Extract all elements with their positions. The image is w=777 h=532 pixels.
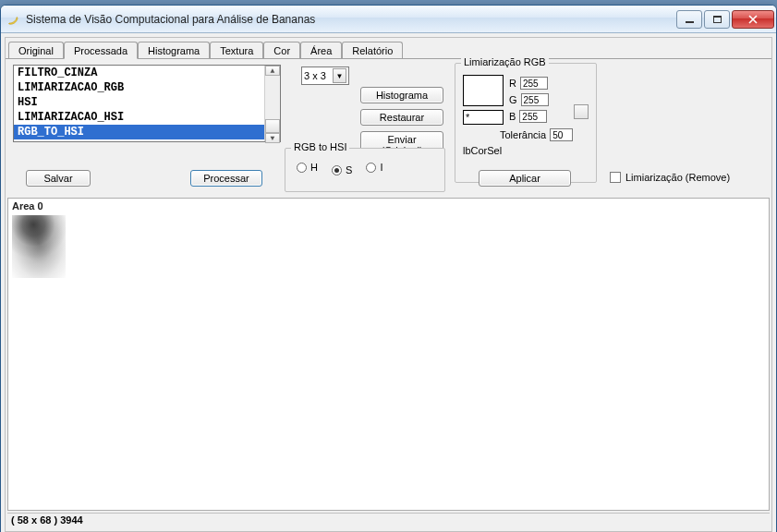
list-item[interactable]: LIMIARIZACAO_RGB [14, 80, 264, 95]
g-input[interactable] [521, 93, 549, 106]
restaurar-button[interactable]: Restaurar [360, 109, 443, 126]
kernel-combobox[interactable]: 3 x 3 ▼ [301, 66, 349, 85]
limiar-caption: Limiarização RGB [461, 56, 549, 67]
maximize-button[interactable] [704, 10, 730, 29]
list-item[interactable]: HSI [14, 95, 264, 110]
tab-page-processada: FILTRO_CINZA LIMIARIZACAO_RGB HSI LIMIAR… [6, 58, 771, 531]
kernel-value: 3 x 3 [304, 70, 326, 81]
small-button[interactable] [574, 104, 589, 119]
checkbox-icon[interactable] [610, 172, 621, 183]
titlebar[interactable]: Sistema de Visão Computacional para Anál… [1, 6, 776, 33]
tab-histograma[interactable]: Histograma [138, 42, 210, 59]
lbcorsel-label: lbCorSel [463, 145, 502, 156]
g-label: G [509, 94, 517, 105]
color-preview-2[interactable]: * [463, 110, 504, 125]
scroll-up-icon[interactable]: ▲ [265, 66, 280, 76]
processar-button[interactable]: Processar [190, 170, 262, 187]
listbox-scrollbar[interactable]: ▲ ▼ [264, 66, 280, 141]
limiar-remove-label: Limiarização (Remove) [625, 172, 730, 183]
tab-textura[interactable]: Textura [210, 42, 263, 59]
tab-area[interactable]: Área [300, 42, 342, 59]
tab-strip: Original Processada Histograma Textura C… [6, 38, 771, 58]
rgb-to-hsi-caption: RGB to HSI [291, 141, 349, 152]
scroll-thumb[interactable] [265, 119, 280, 133]
aplicar-button[interactable]: Aplicar [479, 170, 571, 187]
r-label: R [509, 78, 516, 89]
b-input[interactable] [519, 110, 547, 123]
filter-listbox[interactable]: FILTRO_CINZA LIMIARIZACAO_RGB HSI LIMIAR… [13, 65, 281, 142]
color-preview-1[interactable] [463, 75, 504, 106]
r-input[interactable] [520, 77, 548, 90]
client-area: Original Processada Histograma Textura C… [5, 37, 772, 532]
scroll-down-icon[interactable]: ▼ [265, 133, 280, 143]
histograma-button[interactable]: Histograma [360, 87, 443, 103]
app-window: Sistema de Visão Computacional para Anál… [0, 5, 777, 532]
radio-s[interactable]: S [332, 164, 352, 175]
dropdown-icon[interactable]: ▼ [333, 68, 346, 83]
tab-cor[interactable]: Cor [263, 42, 300, 59]
tab-processada[interactable]: Processada [64, 42, 138, 59]
list-item[interactable]: FILTRO_CINZA [14, 66, 264, 80]
tol-input[interactable] [550, 128, 573, 141]
tab-relatorio[interactable]: Relatório [342, 42, 403, 59]
app-banana-icon [6, 12, 21, 27]
limiar-remove-checkbox[interactable]: Limiarização (Remove) [610, 172, 730, 183]
preview-panel: Area 0 [7, 198, 770, 511]
salvar-button[interactable]: Salvar [26, 170, 91, 187]
window-buttons [674, 10, 774, 29]
preview-thumbnail[interactable] [12, 215, 66, 278]
window-title: Sistema de Visão Computacional para Anál… [26, 13, 674, 26]
status-bar: ( 58 x 68 ) 3944 [7, 513, 770, 529]
list-item[interactable]: RGB_TO_HSI [14, 125, 264, 139]
tol-label: Tolerância [500, 129, 546, 140]
minimize-button[interactable] [676, 10, 702, 29]
radio-i[interactable]: I [366, 162, 382, 173]
tab-original[interactable]: Original [8, 42, 64, 59]
close-button[interactable] [732, 10, 774, 29]
rgb-to-hsi-group: RGB to HSI H S I [285, 148, 445, 192]
b-label: B [509, 111, 516, 122]
list-item[interactable]: LIMIARIZACAO_HSI [14, 110, 264, 125]
limiar-rgb-group: Limiarização RGB * R G B Tolerância lbCo… [455, 63, 597, 183]
radio-h[interactable]: H [297, 162, 318, 173]
area-label: Area 0 [12, 200, 43, 212]
